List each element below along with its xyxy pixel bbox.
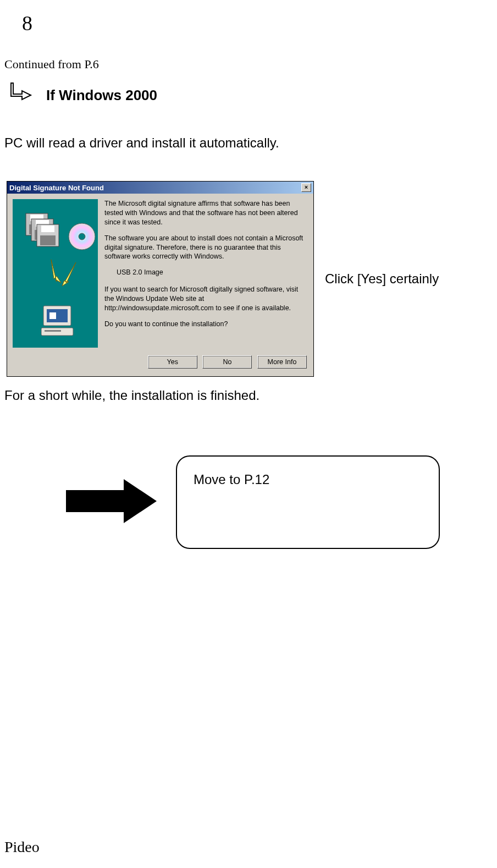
- dialog-title: Digital Signature Not Found: [9, 184, 104, 192]
- continued-from: Continued from P.6: [4, 57, 497, 72]
- dialog-para-1: The Microsoft digital signature affirms …: [104, 199, 307, 227]
- yes-button[interactable]: Yes: [148, 355, 197, 369]
- dialog-para-2: The software you are about to install do…: [104, 234, 307, 262]
- dialog-titlebar: Digital Signature Not Found ×: [7, 182, 313, 194]
- svg-rect-13: [49, 312, 56, 319]
- right-angle-arrow-icon: [7, 80, 35, 111]
- no-button[interactable]: No: [202, 355, 252, 369]
- finished-text: For a short while, the installation is f…: [4, 388, 497, 403]
- cd-icon: [68, 222, 96, 251]
- move-to-text: Move to P.12: [194, 472, 269, 487]
- click-yes-note: Click [Yes] certainly: [325, 271, 439, 287]
- page-number: 8: [22, 11, 497, 35]
- dialog-row: Digital Signature Not Found ×: [7, 181, 497, 377]
- dialog-para-4: Do you want to continue the installation…: [104, 320, 307, 329]
- svg-rect-8: [40, 235, 56, 245]
- more-info-button[interactable]: More Info: [257, 355, 307, 369]
- move-to-box: Move to P.12: [176, 455, 440, 549]
- svg-rect-7: [41, 226, 54, 232]
- computer-icon: [40, 304, 74, 337]
- dialog-graphic-panel: [13, 199, 98, 348]
- floppy-icon: [36, 223, 61, 249]
- dialog-body: The Microsoft digital signature affirms …: [7, 194, 313, 355]
- arrows-icon: [24, 254, 90, 309]
- svg-point-10: [79, 233, 85, 240]
- intro-text: PC will read a driver and install it aut…: [4, 135, 497, 151]
- dialog-text-area: The Microsoft digital signature affirms …: [104, 199, 307, 348]
- section-heading: If Windows 2000: [46, 87, 157, 104]
- right-arrow-icon: [60, 474, 159, 531]
- section-heading-row: If Windows 2000: [0, 80, 497, 111]
- dialog-window: Digital Signature Not Found ×: [7, 181, 314, 377]
- close-icon[interactable]: ×: [301, 183, 311, 192]
- dialog-para-3: If you want to search for Microsoft digi…: [104, 285, 307, 313]
- dialog-device-name: USB 2.0 Image: [117, 268, 307, 277]
- dialog-buttons: Yes No More Info: [7, 355, 313, 376]
- svg-rect-15: [45, 330, 61, 332]
- move-row: Move to P.12: [60, 455, 497, 549]
- brand-logo: Pideo: [4, 838, 40, 856]
